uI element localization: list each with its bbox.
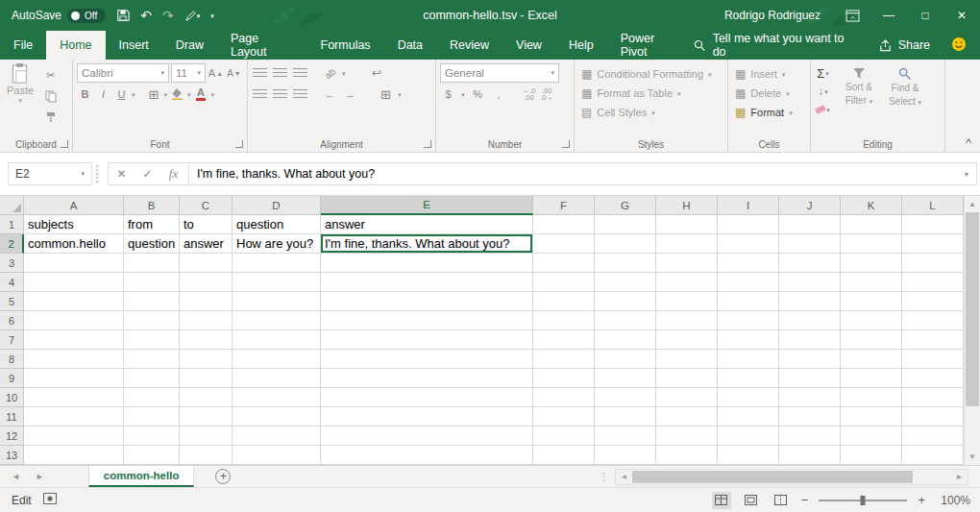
cell-K6[interactable] [841,311,902,330]
cell-E12[interactable] [321,427,533,446]
currency-format-icon[interactable]: $ [440,85,456,103]
font-size-dropdown-icon[interactable]: ▾ [197,69,201,77]
tab-page-layout[interactable]: Page Layout [217,31,307,60]
cell-A8[interactable] [24,350,124,369]
scroll-left-icon[interactable]: ◄ [616,473,632,481]
currency-dropdown-icon[interactable]: ▾ [461,91,465,98]
cell-A7[interactable] [24,330,124,350]
cell-K7[interactable] [841,330,902,350]
cell-K4[interactable] [841,273,902,292]
next-sheet-icon[interactable]: ► [36,472,44,481]
cell-I2[interactable] [718,234,779,254]
cell-A3[interactable] [24,254,124,273]
cell-B8[interactable] [124,350,180,369]
cell-B4[interactable] [124,273,180,292]
autosave-switch[interactable]: Off [67,9,106,23]
row-header-11[interactable]: 11 [0,407,24,427]
cell-D3[interactable] [233,254,321,273]
number-dialog-launcher-icon[interactable] [562,140,570,148]
delete-cells-button[interactable]: ▦ Delete ▾ [732,84,806,103]
number-format-dropdown-icon[interactable]: ▾ [551,69,554,77]
cell-J13[interactable] [779,446,841,465]
increase-font-size-icon[interactable]: A▲ [208,64,224,82]
cell-H13[interactable] [656,446,718,465]
column-header-I[interactable]: I [718,196,779,215]
cell-I10[interactable] [718,388,779,407]
cell-J3[interactable] [779,254,841,273]
row-header-13[interactable]: 13 [0,446,24,465]
cell-K3[interactable] [841,254,902,273]
row-header-10[interactable]: 10 [0,388,24,407]
cell-J1[interactable] [779,215,841,234]
format-as-table-button[interactable]: ▦ Format as Table ▾ [578,84,723,103]
zoom-in-icon[interactable]: + [918,493,925,507]
row-header-6[interactable]: 6 [0,311,24,330]
cell-I7[interactable] [718,330,779,350]
cell-K11[interactable] [841,407,902,427]
cancel-icon[interactable]: ✕ [109,167,135,181]
cell-L3[interactable] [902,254,964,273]
cell-I12[interactable] [718,427,779,446]
scroll-right-icon[interactable]: ► [951,473,968,481]
cell-G1[interactable] [595,215,656,234]
font-name-combo[interactable]: Calibri ▾ [77,63,169,83]
cell-B13[interactable] [124,446,180,465]
tab-draw[interactable]: Draw [162,31,217,60]
cell-H10[interactable] [656,388,718,407]
cell-H6[interactable] [656,311,718,330]
decrease-font-size-icon[interactable]: A▼ [226,64,242,82]
redo-icon[interactable]: ↷ [162,9,174,22]
cell-F1[interactable] [533,215,595,234]
undo-icon[interactable]: ↶ [140,9,152,22]
cell-L6[interactable] [902,311,964,330]
cell-L5[interactable] [902,292,964,311]
cell-C13[interactable] [180,446,233,465]
zoom-slider[interactable] [819,500,907,501]
cell-I6[interactable] [718,311,779,330]
cell-C6[interactable] [180,311,233,330]
decrease-decimal-icon[interactable]: .00.0→ [540,87,553,102]
tab-home[interactable]: Home [46,31,105,60]
cell-A12[interactable] [24,427,124,446]
cell-C1[interactable]: to [180,215,233,234]
cell-B7[interactable] [124,330,180,350]
cell-A2[interactable]: common.hello [24,234,124,254]
cell-E11[interactable] [321,407,533,427]
tab-help[interactable]: Help [555,31,607,60]
row-header-2[interactable]: 2 [0,234,24,254]
cell-D12[interactable] [233,427,321,446]
cell-D1[interactable]: question [233,215,321,234]
cell-B3[interactable] [124,254,180,273]
collapse-ribbon-icon[interactable]: ^ [966,136,971,150]
cell-K5[interactable] [841,292,902,311]
cell-L12[interactable] [902,427,964,446]
sheet-tab-active[interactable]: common-hello [88,466,195,487]
cell-K1[interactable] [841,215,902,234]
cell-H5[interactable] [656,292,718,311]
comma-format-icon[interactable]: , [491,85,507,103]
row-header-9[interactable]: 9 [0,369,24,388]
cell-A6[interactable] [24,311,124,330]
cell-L13[interactable] [902,446,964,465]
merge-center-dropdown-icon[interactable]: ▾ [398,91,402,98]
cell-B10[interactable] [124,388,180,407]
underline-dropdown-icon[interactable]: ▾ [132,91,135,98]
horizontal-scroll-thumb[interactable] [632,471,913,483]
cell-H4[interactable] [656,273,718,292]
row-header-7[interactable]: 7 [0,330,24,350]
enter-icon[interactable]: ✓ [135,167,160,181]
cell-H7[interactable] [656,330,718,350]
font-name-dropdown-icon[interactable]: ▾ [160,69,164,77]
format-cells-button[interactable]: ▦ Format ▾ [732,103,806,122]
font-dialog-launcher-icon[interactable] [235,140,243,148]
tab-scroll-splitter[interactable]: ⋮ [593,466,615,487]
cell-F6[interactable] [533,311,595,330]
cell-K13[interactable] [841,446,902,465]
fill-color-dropdown-icon[interactable]: ▾ [187,91,191,98]
tab-view[interactable]: View [502,31,555,60]
cell-D6[interactable] [233,311,321,330]
column-header-D[interactable]: D [233,196,321,215]
normal-view-icon[interactable] [712,492,731,509]
cell-G2[interactable] [595,234,656,254]
cell-B11[interactable] [124,407,180,427]
